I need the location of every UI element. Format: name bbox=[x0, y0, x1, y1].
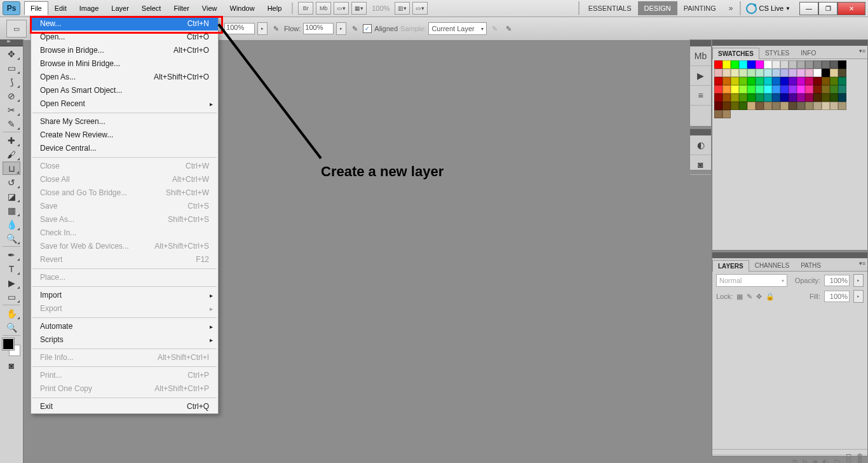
menu-item[interactable]: Browse in Bridge...Alt+Ctrl+O bbox=[31, 44, 218, 57]
flow-dropdown[interactable]: ▸ bbox=[336, 22, 346, 35]
blend-mode-select[interactable]: Normal bbox=[716, 274, 787, 287]
swatch[interactable] bbox=[789, 60, 797, 69]
layer-opacity-dropdown[interactable]: ▸ bbox=[853, 274, 864, 287]
crop-tool[interactable]: ✂ bbox=[3, 103, 20, 116]
swatch[interactable] bbox=[805, 93, 813, 102]
swatch[interactable] bbox=[813, 77, 822, 85]
swatch[interactable] bbox=[722, 69, 731, 77]
menu-item[interactable]: Import bbox=[31, 289, 218, 302]
swatch[interactable] bbox=[822, 60, 830, 69]
swatch[interactable] bbox=[731, 60, 739, 69]
marquee-tool[interactable]: ▭ bbox=[3, 61, 20, 74]
flow-input[interactable]: 100% bbox=[303, 23, 334, 34]
menu-window[interactable]: Window bbox=[224, 1, 261, 15]
lock-transparency-icon[interactable]: ▦ bbox=[736, 293, 743, 301]
menu-item[interactable]: Browse in Mini Bridge... bbox=[31, 57, 218, 71]
swatch[interactable] bbox=[747, 60, 756, 69]
swatch[interactable] bbox=[780, 77, 789, 85]
dodge-tool[interactable]: 🔍 bbox=[3, 232, 20, 245]
ignore-adjustment-icon[interactable]: ✎ bbox=[489, 23, 501, 34]
swatch[interactable] bbox=[764, 93, 772, 102]
pressure-opacity-icon[interactable]: ✎ bbox=[270, 23, 281, 34]
swatch[interactable] bbox=[830, 77, 838, 85]
healing-tool[interactable]: ✚ bbox=[3, 134, 20, 147]
menu-item[interactable]: ExitCtrl+Q bbox=[31, 400, 218, 413]
menu-item[interactable]: Automate bbox=[31, 320, 218, 333]
swatch[interactable] bbox=[756, 69, 764, 77]
menu-item[interactable]: Open Recent bbox=[31, 97, 218, 111]
swatch[interactable] bbox=[772, 60, 780, 69]
swatch[interactable] bbox=[838, 69, 846, 77]
swatch[interactable] bbox=[805, 69, 813, 77]
fill-dropdown[interactable]: ▸ bbox=[853, 290, 864, 303]
swatch[interactable] bbox=[739, 93, 747, 102]
eyedropper-tool[interactable]: ✎ bbox=[3, 117, 20, 130]
swatch[interactable] bbox=[714, 110, 722, 118]
swatch[interactable] bbox=[731, 77, 739, 85]
opacity-input[interactable]: 100% bbox=[224, 23, 255, 34]
menu-item[interactable]: Create New Review... bbox=[31, 128, 218, 142]
menu-filter[interactable]: Filter bbox=[167, 1, 195, 15]
sample-select[interactable]: Current Layer bbox=[428, 22, 486, 35]
swatch[interactable] bbox=[764, 69, 772, 77]
swatch[interactable] bbox=[714, 77, 722, 85]
lasso-tool[interactable]: ⟆ bbox=[3, 75, 20, 88]
opacity-dropdown[interactable]: ▸ bbox=[257, 22, 268, 35]
swatch[interactable] bbox=[813, 85, 822, 93]
swatches-grid[interactable] bbox=[712, 59, 867, 120]
swatch[interactable] bbox=[731, 93, 739, 102]
swatch[interactable] bbox=[739, 77, 747, 85]
swatch[interactable] bbox=[772, 69, 780, 77]
menu-file[interactable]: File bbox=[24, 1, 48, 15]
swatch[interactable] bbox=[813, 60, 822, 69]
swatch[interactable] bbox=[797, 60, 805, 69]
swatch[interactable] bbox=[714, 60, 722, 69]
pressure-size-icon[interactable]: ✎ bbox=[503, 23, 515, 34]
swatch[interactable] bbox=[714, 69, 722, 77]
swatch[interactable] bbox=[739, 60, 747, 69]
type-tool[interactable]: T bbox=[3, 262, 20, 275]
menu-item[interactable]: Open As...Alt+Shift+Ctrl+O bbox=[31, 71, 218, 84]
swatch[interactable] bbox=[838, 77, 846, 85]
tab-layers[interactable]: LAYERS bbox=[712, 260, 749, 272]
menu-select[interactable]: Select bbox=[135, 1, 168, 15]
menu-item[interactable]: New...Ctrl+N bbox=[31, 17, 218, 31]
minibridge-icon[interactable]: Mb bbox=[316, 2, 331, 15]
history-brush-tool[interactable]: ↺ bbox=[3, 176, 20, 189]
menu-help[interactable]: Help bbox=[261, 1, 288, 15]
swatch[interactable] bbox=[838, 102, 846, 110]
swatch[interactable] bbox=[830, 93, 838, 102]
swatch[interactable] bbox=[714, 93, 722, 102]
swatch[interactable] bbox=[797, 77, 805, 85]
swatch[interactable] bbox=[830, 85, 838, 93]
menu-image[interactable]: Image bbox=[73, 1, 105, 15]
masks-dock-icon[interactable]: ◙ bbox=[690, 155, 711, 175]
menu-view[interactable]: View bbox=[196, 1, 224, 15]
tab-paths[interactable]: PATHS bbox=[795, 259, 827, 271]
swatch[interactable] bbox=[805, 60, 813, 69]
tool-preset-icon[interactable]: ▭ bbox=[6, 20, 27, 38]
swatch[interactable] bbox=[822, 102, 830, 110]
tab-channels[interactable]: CHANNELS bbox=[749, 259, 795, 271]
swatch[interactable] bbox=[772, 102, 780, 110]
cslive-button[interactable]: CS Live▼ bbox=[741, 3, 796, 14]
swatch[interactable] bbox=[722, 110, 731, 118]
swatch[interactable] bbox=[838, 60, 846, 69]
menu-item[interactable]: Scripts bbox=[31, 333, 218, 347]
delete-swatch-icon[interactable]: 🗑 bbox=[857, 452, 864, 460]
swatch[interactable] bbox=[722, 93, 731, 102]
eraser-tool[interactable]: ◪ bbox=[3, 190, 20, 203]
swatch[interactable] bbox=[780, 102, 789, 110]
swatch[interactable] bbox=[731, 69, 739, 77]
swatch[interactable] bbox=[739, 69, 747, 77]
window-restore-button[interactable]: ❐ bbox=[818, 2, 837, 15]
swatch[interactable] bbox=[780, 60, 789, 69]
swatch[interactable] bbox=[789, 77, 797, 85]
screen-mode-icon[interactable]: ▭▾ bbox=[334, 2, 349, 15]
swatch[interactable] bbox=[739, 102, 747, 110]
swatch[interactable] bbox=[805, 85, 813, 93]
swatch[interactable] bbox=[722, 60, 731, 69]
swatch[interactable] bbox=[756, 60, 764, 69]
new-swatch-icon[interactable]: ⊡ bbox=[846, 452, 851, 460]
panel-menu-icon[interactable]: ▾≡ bbox=[859, 48, 865, 54]
